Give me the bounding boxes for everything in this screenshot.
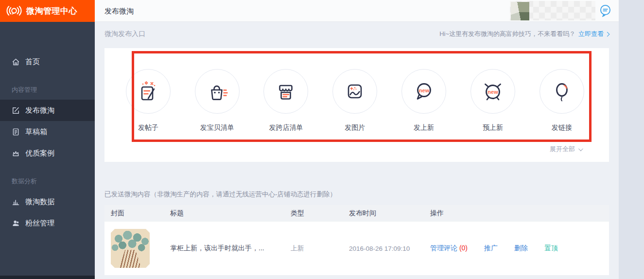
entry-label: 发上新 <box>414 123 434 132</box>
feedback-chat-icon[interactable] <box>599 4 612 18</box>
entry-item-list[interactable]: 发宝贝清单 <box>183 69 252 132</box>
sidebar-item-home[interactable]: 首页 <box>0 51 95 72</box>
sidebar-item-label: 优质案例 <box>25 149 54 158</box>
sidebar-footer-strip <box>0 276 95 279</box>
entry-label: 发链接 <box>552 123 572 132</box>
publish-tip: Hi~这里有发布微淘的高富帅技巧，不来看看吗？ 立即查看 <box>439 30 609 38</box>
sidebar-item-label: 草稿箱 <box>25 127 47 137</box>
expand-all-label: 展开全部 <box>550 145 575 154</box>
entry-label: 发图片 <box>345 123 365 132</box>
row-actions: 管理评论 (0) 推广 删除 置顶 <box>430 244 609 253</box>
entry-link[interactable]: 发链接 <box>527 69 596 132</box>
row-publish-time: 2016-08-26 17:09:10 <box>349 245 430 252</box>
table-header-row: 封面 标题 类型 发布时间 操作 <box>104 205 609 222</box>
avatar[interactable] <box>511 2 529 20</box>
censored-username <box>510 1 595 20</box>
tip-text: Hi~这里有发布微淘的高富帅技巧，不来看看吗？ <box>439 30 575 38</box>
delete-link[interactable]: 删除 <box>514 244 528 253</box>
balloon-icon <box>540 69 584 114</box>
table-row: 掌柜上新，该出手时就出手，... 上新 2016-08-26 17:09:10 … <box>104 222 609 275</box>
weitao-admin-page: 微淘管理中心 首页 内容管理 发布微淘 <box>0 0 644 279</box>
sidebar-section-content: 内容管理 <box>0 83 95 97</box>
entry-new-arrival[interactable]: new 发上新 <box>389 69 458 132</box>
header-cover: 封面 <box>111 209 170 218</box>
main-content: 微淘发布入口 Hi~这里有发布微淘的高富帅技巧，不来看看吗？ 立即查看 <box>95 22 619 279</box>
entry-label: 发帖子 <box>138 123 158 132</box>
header-type: 类型 <box>291 209 349 218</box>
topbar: 发布微淘 <box>95 0 619 22</box>
publish-entries-row: 发帖子 发宝贝清单 <box>114 69 596 132</box>
entry-label: 发跨店清单 <box>269 123 303 132</box>
sidebar-item-label: 首页 <box>25 57 40 67</box>
document-icon <box>12 128 20 136</box>
entry-label: 发宝贝清单 <box>200 123 234 132</box>
bag-icon <box>195 69 240 114</box>
comments-count: (0) <box>459 244 468 252</box>
user-icon <box>12 219 20 227</box>
sidebar-item-label: 发布微淘 <box>25 106 54 115</box>
new-badge-text: new <box>419 87 430 93</box>
sidebar-item-data[interactable]: 微淘数据 <box>0 191 95 212</box>
cover-thumbnail[interactable] <box>111 229 150 268</box>
sidebar-section-analytics: 数据分析 <box>0 174 95 188</box>
manage-comments-link[interactable]: 管理评论 (0) <box>430 244 468 253</box>
sidebar-item-label: 微淘数据 <box>25 197 54 207</box>
sidebar-item-drafts[interactable]: 草稿箱 <box>0 121 95 142</box>
sidebar-item-publish[interactable]: 发布微淘 <box>0 100 95 121</box>
chevron-right-icon <box>605 32 610 36</box>
page-title: 发布微淘 <box>104 0 134 22</box>
header-actions: 操作 <box>430 209 609 218</box>
expand-all-button[interactable]: 展开全部 <box>550 145 582 154</box>
bubble-new-icon: new <box>401 69 446 114</box>
entry-image[interactable]: 发图片 <box>320 69 389 132</box>
row-type: 上新 <box>291 244 349 253</box>
header-title: 标题 <box>170 209 291 218</box>
brand-logo[interactable]: 微淘管理中心 <box>0 0 95 22</box>
crown-icon <box>12 149 20 157</box>
storefront-icon <box>263 69 308 114</box>
chevron-down-icon <box>578 146 583 151</box>
alarm-clock-new-icon: new <box>470 69 515 114</box>
promote-link[interactable]: 推广 <box>484 244 498 253</box>
entry-post[interactable]: 发帖子 <box>114 69 183 132</box>
pin-top-link[interactable]: 置顶 <box>544 244 558 253</box>
manage-comments-label: 管理评论 <box>430 244 457 252</box>
broadcast-logo-icon <box>6 5 22 17</box>
bar-chart-icon <box>12 198 20 206</box>
image-icon <box>332 69 377 114</box>
sidebar-menu: 首页 内容管理 发布微淘 草稿箱 <box>0 22 95 234</box>
new-badge-text: new <box>487 89 498 95</box>
sent-section-title: 已发送微淘内容（非微淘生产的内容，请通过无线运营中心-店铺动态进行删除） <box>104 190 609 199</box>
entry-cross-shop-list[interactable]: 发跨店清单 <box>252 69 321 132</box>
row-title: 掌柜上新，该出手时就出手，... <box>170 244 291 253</box>
sidebar-item-cases[interactable]: 优质案例 <box>0 142 95 164</box>
entry-pre-new[interactable]: new 预上新 <box>458 69 527 132</box>
publish-panel-head: 微淘发布入口 Hi~这里有发布微淘的高富帅技巧，不来看看吗？ 立即查看 <box>95 22 619 38</box>
home-icon <box>12 58 20 66</box>
sidebar-item-label: 粉丝管理 <box>25 219 54 228</box>
right-edge-strip <box>619 0 644 279</box>
entry-label: 预上新 <box>483 123 503 132</box>
brand-name: 微淘管理中心 <box>26 5 77 17</box>
edit-icon <box>12 106 20 115</box>
publish-panel-title: 微淘发布入口 <box>104 30 145 38</box>
tip-link[interactable]: 立即查看 <box>578 30 604 38</box>
sidebar: 微淘管理中心 首页 内容管理 发布微淘 <box>0 0 95 279</box>
header-publish-time: 发布时间 <box>349 209 430 218</box>
post-icon <box>126 69 171 114</box>
publish-entries-card: 发帖子 发宝贝清单 <box>104 48 609 162</box>
sent-content-table: 封面 标题 类型 发布时间 操作 掌柜上新，该出手时就出手，... 上新 201… <box>104 205 609 275</box>
sidebar-item-fans[interactable]: 粉丝管理 <box>0 212 95 234</box>
